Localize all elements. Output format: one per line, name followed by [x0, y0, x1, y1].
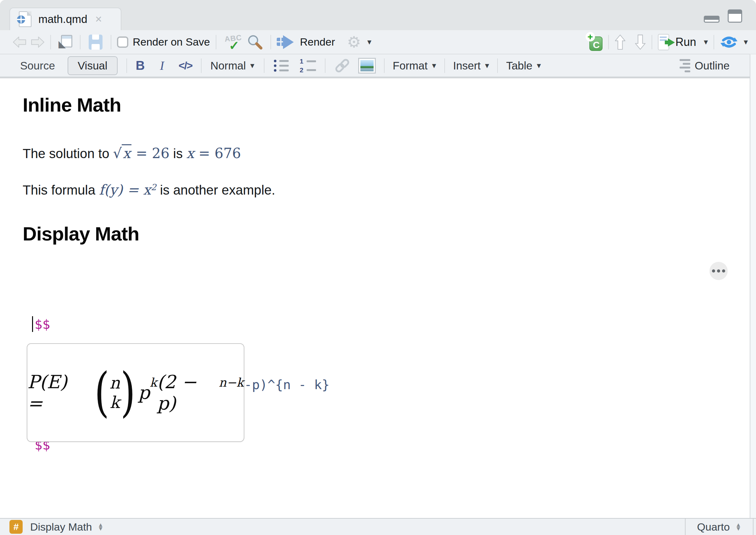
maximize-pane-icon[interactable]	[728, 10, 742, 23]
run-caret-icon[interactable]: ▾	[704, 37, 708, 47]
equation-sup1: k	[150, 376, 157, 389]
format-stepper[interactable]: ▲ ▼	[736, 523, 741, 531]
outline-toggle[interactable]: Outline	[680, 59, 730, 72]
italic-button[interactable]: I	[158, 58, 166, 73]
divider	[264, 58, 265, 73]
math3-base: f(y) = x	[99, 182, 151, 198]
source-mode-toggle[interactable]: Source	[20, 59, 55, 72]
insert-chunk-icon[interactable]: C +	[587, 33, 602, 51]
go-next-section-icon[interactable]	[635, 34, 646, 50]
section-stepper[interactable]: ▲ ▼	[98, 523, 104, 531]
divider	[444, 58, 445, 73]
binom-bottom: k	[110, 394, 120, 410]
go-previous-section-icon[interactable]	[615, 34, 626, 50]
rerun-caret-icon[interactable]: ▾	[744, 37, 748, 47]
binom-top: n	[109, 375, 120, 391]
sqrt-radical: √	[113, 145, 122, 161]
tab-math-qmd[interactable]: math.qmd ✕	[10, 8, 121, 30]
p1-text-2: is	[169, 146, 187, 161]
find-replace-icon[interactable]	[247, 34, 263, 50]
divider	[713, 35, 714, 49]
sqrt-arg: x	[122, 144, 131, 161]
outline-icon	[680, 59, 690, 72]
divider	[201, 58, 202, 73]
pane-window-buttons	[704, 10, 742, 23]
math2-var: x	[187, 145, 194, 161]
divider	[608, 35, 609, 49]
render-options-caret-icon[interactable]: ▾	[367, 37, 371, 47]
run-label: Run	[676, 36, 696, 49]
back-icon[interactable]	[13, 36, 26, 48]
code-format-button[interactable]: </>	[179, 59, 192, 72]
divider	[50, 35, 51, 49]
heading-display-math: Display Math	[23, 223, 139, 245]
math1-rest: = 26	[131, 145, 169, 161]
quarto-file-icon	[19, 11, 31, 27]
format-menu[interactable]: Format ▾	[393, 59, 436, 72]
render-options-gear-icon[interactable]: ⚙	[347, 34, 361, 50]
table-caret-icon: ▾	[537, 61, 541, 70]
forward-icon[interactable]	[31, 36, 45, 48]
scrollbar-gutter[interactable]	[750, 54, 756, 518]
rerun-icon[interactable]	[720, 35, 738, 49]
render-on-save-checkbox[interactable]	[117, 37, 128, 48]
spellcheck-icon[interactable]: ABC ✓	[224, 34, 243, 50]
format-name: Quarto	[697, 521, 730, 533]
equation-base1: p	[138, 382, 150, 403]
tab-bar: math.qmd ✕	[0, 0, 756, 30]
heading-level-badge: #	[10, 520, 23, 534]
block-options-ellipsis-button[interactable]	[710, 262, 728, 280]
divider	[497, 58, 498, 73]
math3-sup: 2	[151, 182, 156, 192]
rendered-equation: P(E) = ( n k ) p k (2 − p) n−k	[27, 344, 244, 441]
format-stepper-down-icon[interactable]: ▼	[736, 527, 741, 531]
image-button[interactable]	[358, 58, 376, 73]
visual-mode-toggle[interactable]: Visual	[68, 56, 118, 75]
text-cursor	[32, 316, 33, 332]
p1-text: The solution to	[23, 146, 113, 161]
render-on-save-label: Render on Save	[133, 36, 210, 48]
divider	[127, 58, 127, 73]
table-menu-label: Table	[506, 59, 533, 72]
numbered-list-button[interactable]: 1 2	[299, 58, 316, 73]
p2-text-2: is another example.	[156, 183, 275, 197]
p2-text: This formula	[23, 183, 99, 197]
stepper-down-icon[interactable]: ▼	[98, 527, 104, 531]
paragraph-inline-math-2: This formula f(y) = x2 is another exampl…	[23, 182, 275, 198]
bullet-list-button[interactable]	[274, 60, 289, 72]
close-tab-icon[interactable]: ✕	[95, 14, 102, 24]
paragraph-style-dropdown[interactable]: Normal ▾	[210, 59, 254, 72]
open-in-new-window-icon[interactable]: ◣	[58, 35, 72, 49]
equation-base2: (2 − p)	[157, 371, 218, 414]
big-paren-open: (	[94, 369, 109, 416]
outline-label: Outline	[695, 59, 730, 72]
bold-button[interactable]: B	[136, 58, 145, 72]
render-button[interactable]: Render	[277, 35, 335, 49]
divider	[325, 58, 326, 73]
math-preview-panel: P(E) = ( n k ) p k (2 − p) n−k	[27, 343, 244, 442]
insert-menu-label: Insert	[453, 59, 481, 72]
divider	[80, 35, 80, 49]
current-section-label: Display Math	[30, 521, 92, 533]
format-caret-icon: ▾	[432, 61, 436, 70]
big-paren-close: )	[120, 369, 135, 416]
document-format-selector[interactable]: Quarto ▲ ▼	[685, 519, 753, 535]
paragraph-inline-math-1: The solution to √x = 26 is x = 676	[23, 145, 241, 161]
run-button[interactable]: Run ▾	[658, 34, 708, 50]
editor-toolbar: ◣ Render on Save ABC ✓ Render ⚙ ▾ C +	[0, 30, 756, 54]
save-icon[interactable]	[89, 35, 102, 50]
divider	[111, 35, 111, 49]
divider	[652, 35, 652, 49]
insert-menu[interactable]: Insert ▾	[453, 59, 489, 72]
binomial: n k	[109, 375, 120, 410]
table-menu[interactable]: Table ▾	[506, 59, 541, 72]
minimize-pane-icon[interactable]	[704, 16, 719, 23]
link-button[interactable]	[334, 58, 350, 73]
insert-caret-icon: ▾	[485, 61, 489, 70]
render-label: Render	[300, 36, 335, 48]
document-canvas[interactable]: Inline Math The solution to √x = 26 is x…	[0, 79, 756, 518]
format-menu-label: Format	[393, 59, 428, 72]
tab-title: math.qmd	[38, 13, 87, 25]
status-bar: # Display Math ▲ ▼ Quarto ▲ ▼	[0, 518, 756, 535]
divider	[271, 35, 271, 49]
